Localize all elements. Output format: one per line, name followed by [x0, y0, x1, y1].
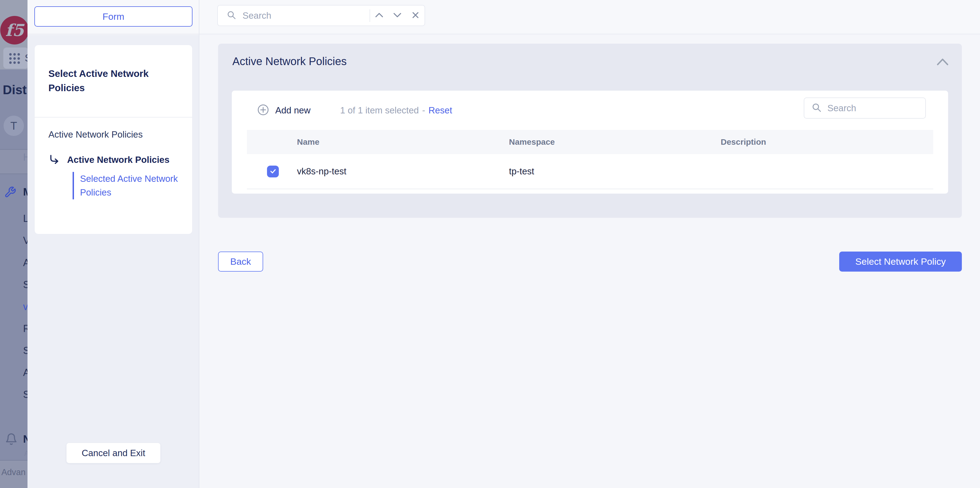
- wizard-substep-selected-policies[interactable]: Selected Active Network Policies: [73, 172, 178, 200]
- table-search-widget: [804, 98, 926, 119]
- cell-namespace: tp-test: [509, 154, 534, 189]
- reset-link[interactable]: Reset: [428, 105, 452, 116]
- wizard-heading: Select Active Network Policies: [48, 67, 178, 95]
- sidebar-nav-item[interactable]: S: [23, 279, 27, 290]
- sidebar-section-heading: Dist: [3, 82, 27, 97]
- form-tab[interactable]: Form: [34, 6, 192, 27]
- column-header-description: Description: [721, 130, 766, 154]
- chevron-up-icon: [937, 62, 949, 67]
- chevron-down-icon: [393, 13, 402, 19]
- app-switcher-label: S: [25, 52, 27, 64]
- page-search-input[interactable]: [242, 10, 369, 21]
- sidebar-footer-advanced[interactable]: Advan: [2, 467, 25, 477]
- cell-name: vk8s-np-test: [297, 154, 347, 189]
- f5-logo[interactable]: f5: [0, 16, 27, 44]
- sidebar-nav-item[interactable]: A: [23, 257, 27, 269]
- sidebar-item-home[interactable]: H: [23, 152, 27, 163]
- search-prev-button[interactable]: [370, 8, 388, 24]
- wizard-drawer: Form Select Active Network Policies Acti…: [27, 0, 199, 488]
- add-new-label: Add new: [275, 105, 310, 116]
- checkmark-icon: [269, 167, 277, 176]
- panel-collapse-button[interactable]: [937, 58, 949, 67]
- chevron-up-icon: [375, 13, 383, 19]
- sidebar-notifications-sub: A: [24, 449, 27, 458]
- search-icon: [227, 10, 237, 21]
- bell-icon: [5, 433, 18, 447]
- add-new-button[interactable]: Add new: [257, 90, 310, 130]
- sidebar-nav-item[interactable]: S: [23, 389, 27, 401]
- active-network-policies-panel: Active Network Policies Add new 1 of 1: [218, 44, 962, 218]
- page-search-widget: [217, 5, 425, 26]
- table-header: Name Namespace Description: [247, 130, 933, 154]
- cancel-and-exit-button[interactable]: Cancel and Exit: [66, 443, 161, 463]
- selection-info: 1 of 1 item selected - Reset: [340, 90, 452, 130]
- wizard-divider: [35, 117, 192, 117]
- sidebar-item-manage[interactable]: M: [23, 186, 27, 198]
- column-header-namespace: Namespace: [509, 130, 555, 154]
- page: Form Select Active Network Policies Acti…: [0, 0, 980, 488]
- selection-count: 1 of 1 item selected: [340, 105, 419, 116]
- sidebar-nav-item[interactable]: A: [23, 367, 27, 379]
- sidebar-nav-item[interactable]: V: [23, 235, 27, 246]
- wizard-step-active-network-policies[interactable]: Active Network Policies: [48, 153, 178, 167]
- app-switcher-tile[interactable]: S: [3, 48, 27, 69]
- table-search-input[interactable]: [827, 103, 925, 113]
- column-header-name: Name: [297, 130, 320, 154]
- policies-card: Add new 1 of 1 item selected - Reset Nam…: [232, 90, 948, 193]
- search-close-button[interactable]: [406, 8, 425, 24]
- wizard-nav-panel: Select Active Network Policies Active Ne…: [34, 45, 192, 234]
- sidebar-nav-item-selected[interactable]: v: [23, 301, 27, 312]
- wizard-step-label: Active Network Policies: [67, 155, 169, 165]
- selection-separator: -: [422, 105, 425, 116]
- sidebar-nav-item[interactable]: R: [23, 323, 27, 334]
- sidebar-item-notifications[interactable]: N: [23, 433, 27, 445]
- wizard-section-label: Active Network Policies: [48, 127, 178, 142]
- search-next-button[interactable]: [388, 8, 406, 24]
- circle-plus-icon: [257, 104, 269, 117]
- table-row[interactable]: vk8s-np-test tp-test: [247, 154, 933, 189]
- select-network-policy-button[interactable]: Select Network Policy: [839, 252, 962, 272]
- avatar[interactable]: T: [3, 116, 24, 136]
- return-arrow-icon: [48, 154, 60, 165]
- dimmed-sidebar: f5 S Dist T H M L V A S v R S A S: [0, 0, 27, 488]
- back-button[interactable]: Back: [218, 252, 263, 272]
- sidebar-nav-item[interactable]: S: [23, 345, 27, 356]
- wrench-icon: [4, 186, 16, 200]
- sidebar-nav-item[interactable]: L: [23, 213, 27, 224]
- row-checkbox[interactable]: [267, 166, 279, 177]
- panel-title: Active Network Policies: [232, 55, 347, 68]
- close-icon: [412, 11, 419, 19]
- search-icon: [811, 103, 822, 114]
- sidebar-footer: Advan: [0, 460, 27, 488]
- grid-dots-icon: [8, 52, 21, 65]
